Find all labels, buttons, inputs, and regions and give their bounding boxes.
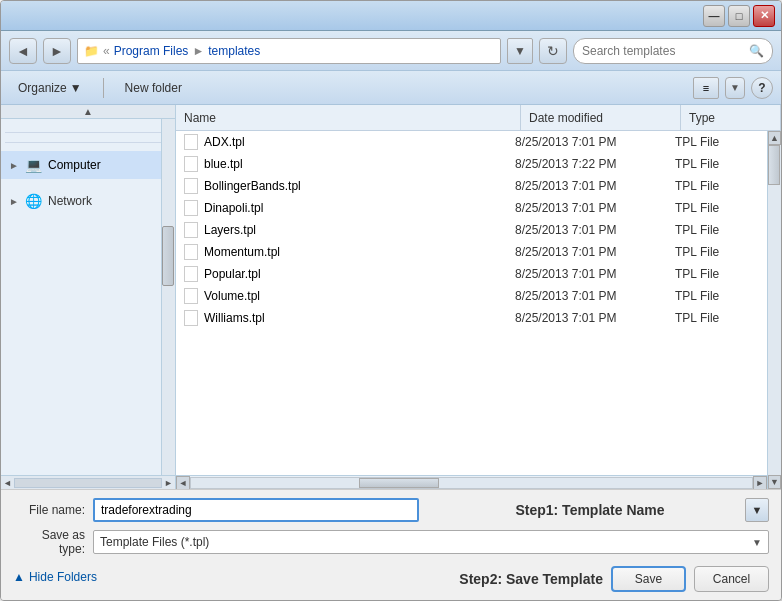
sidebar: ▲ ► 💻 Computer ► 🌐 (1, 105, 176, 489)
new-folder-label: New folder (125, 81, 182, 95)
table-row[interactable]: Dinapoli.tpl 8/25/2013 7:01 PM TPL File (176, 197, 767, 219)
table-row[interactable]: Volume.tpl 8/25/2013 7:01 PM TPL File (176, 285, 767, 307)
breadcrumb-separator: « (103, 44, 110, 58)
table-row[interactable]: Layers.tpl 8/25/2013 7:01 PM TPL File (176, 219, 767, 241)
file-cell-date: 8/25/2013 7:22 PM (507, 157, 667, 171)
column-header-type[interactable]: Type (681, 105, 781, 130)
file-icon (184, 288, 198, 304)
sidebar-scrollbar[interactable] (161, 119, 175, 475)
minimize-button[interactable]: — (703, 5, 725, 27)
file-cell-name: ADX.tpl (176, 134, 507, 150)
step1-dropdown-button[interactable]: ▼ (745, 498, 769, 522)
table-row[interactable]: ADX.tpl 8/25/2013 7:01 PM TPL File (176, 131, 767, 153)
sidebar-scroll-thumb[interactable] (162, 226, 174, 286)
file-cell-date: 8/25/2013 7:01 PM (507, 223, 667, 237)
cancel-button[interactable]: Cancel (694, 566, 769, 592)
save-button[interactable]: Save (611, 566, 686, 592)
file-cell-type: TPL File (667, 311, 767, 325)
hscroll-thumb[interactable] (359, 478, 439, 488)
toolbar-separator (103, 78, 104, 98)
vscroll-up-button[interactable]: ▲ (768, 131, 781, 145)
network-icon: 🌐 (25, 193, 42, 209)
file-cell-name: Volume.tpl (176, 288, 507, 304)
sidebar-scroll-up[interactable]: ▲ (1, 105, 175, 119)
file-cell-name: Momentum.tpl (176, 244, 507, 260)
table-row[interactable]: Momentum.tpl 8/25/2013 7:01 PM TPL File (176, 241, 767, 263)
hscroll-track (190, 477, 753, 489)
sidebar-item-computer[interactable]: ► 💻 Computer (1, 151, 175, 179)
file-cell-type: TPL File (667, 289, 767, 303)
breadcrumb-templates[interactable]: templates (208, 44, 260, 58)
step1-label: Step1: Template Name (435, 502, 745, 518)
sidebar-content: ► 💻 Computer ► 🌐 Network (1, 119, 175, 219)
bottom-section: File name: Step1: Template Name ▼ Save a… (1, 489, 781, 600)
file-cell-type: TPL File (667, 201, 767, 215)
file-icon (184, 266, 198, 282)
search-input[interactable] (582, 44, 745, 58)
hscroll-right-button[interactable]: ► (753, 476, 767, 490)
sidebar-scroll-area: ► 💻 Computer ► 🌐 Network (1, 119, 175, 475)
file-icon (184, 156, 198, 172)
file-icon (184, 222, 198, 238)
file-cell-date: 8/25/2013 7:01 PM (507, 201, 667, 215)
file-icon (184, 134, 198, 150)
sidebar-item-network[interactable]: ► 🌐 Network (1, 187, 175, 215)
hide-folders-button[interactable]: ▲ Hide Folders (13, 566, 97, 588)
help-button[interactable]: ? (751, 77, 773, 99)
file-list: ADX.tpl 8/25/2013 7:01 PM TPL File blue.… (176, 131, 767, 475)
search-icon: 🔍 (749, 44, 764, 58)
file-name-text: Williams.tpl (204, 311, 265, 325)
organize-button[interactable]: Organize ▼ (9, 76, 91, 100)
table-row[interactable]: blue.tpl 8/25/2013 7:22 PM TPL File (176, 153, 767, 175)
action-row: Step2: Save Template Save Cancel (459, 562, 769, 592)
title-bar-buttons: — □ ✕ (703, 5, 775, 27)
file-cell-date: 8/25/2013 7:01 PM (507, 267, 667, 281)
save-type-dropdown[interactable]: Template Files (*.tpl) ▼ (93, 530, 769, 554)
hscroll-left-button[interactable]: ◄ (176, 476, 190, 490)
file-cell-type: TPL File (667, 223, 767, 237)
file-icon (184, 244, 198, 260)
toolbar: Organize ▼ New folder ≡ ▼ ? (1, 71, 781, 105)
save-dialog-window: — □ ✕ ◄ ► 📁 « Program Files ► templates … (0, 0, 782, 601)
new-folder-button[interactable]: New folder (116, 76, 191, 100)
file-cell-name: Dinapoli.tpl (176, 200, 507, 216)
refresh-button[interactable]: ↻ (539, 38, 567, 64)
file-name-label: File name: (13, 503, 93, 517)
file-name-text: Dinapoli.tpl (204, 201, 263, 215)
file-cell-date: 8/25/2013 7:01 PM (507, 135, 667, 149)
sidebar-scroll-down[interactable]: ◄ ► (1, 475, 175, 489)
file-cell-type: TPL File (667, 157, 767, 171)
computer-icon: 💻 (25, 157, 42, 173)
file-area: Name Date modified Type ADX.tpl 8/25/201… (176, 105, 781, 489)
view-arrow-button[interactable]: ▼ (725, 77, 745, 99)
path-dropdown-button[interactable]: ▼ (507, 38, 533, 64)
file-name-text: Popular.tpl (204, 267, 261, 281)
close-button[interactable]: ✕ (753, 5, 775, 27)
maximize-button[interactable]: □ (728, 5, 750, 27)
column-header-name[interactable]: Name (176, 105, 521, 130)
back-button[interactable]: ◄ (9, 38, 37, 64)
column-header-date[interactable]: Date modified (521, 105, 681, 130)
file-list-wrapper: ADX.tpl 8/25/2013 7:01 PM TPL File blue.… (176, 131, 767, 489)
forward-button[interactable]: ► (43, 38, 71, 64)
toolbar-right: ≡ ▼ ? (693, 77, 773, 99)
sidebar-item-network-label: Network (48, 194, 92, 208)
table-row[interactable]: Williams.tpl 8/25/2013 7:01 PM TPL File (176, 307, 767, 329)
file-cell-date: 8/25/2013 7:01 PM (507, 245, 667, 259)
file-name-input[interactable] (93, 498, 419, 522)
view-button[interactable]: ≡ (693, 77, 719, 99)
breadcrumb-program-files[interactable]: Program Files (114, 44, 189, 58)
file-name-text: BollingerBands.tpl (204, 179, 301, 193)
table-row[interactable]: Popular.tpl 8/25/2013 7:01 PM TPL File (176, 263, 767, 285)
sidebar-scroll-track (162, 119, 174, 475)
vscroll-thumb[interactable] (768, 145, 780, 185)
save-type-row: Save as type: Template Files (*.tpl) ▼ (13, 528, 769, 556)
table-row[interactable]: BollingerBands.tpl 8/25/2013 7:01 PM TPL… (176, 175, 767, 197)
file-name-text: Layers.tpl (204, 223, 256, 237)
file-cell-name: blue.tpl (176, 156, 507, 172)
vscroll-down-button[interactable]: ▼ (768, 475, 781, 489)
file-name-row: File name: Step1: Template Name ▼ (13, 498, 769, 522)
file-cell-date: 8/25/2013 7:01 PM (507, 289, 667, 303)
file-cell-type: TPL File (667, 179, 767, 193)
file-name-text: blue.tpl (204, 157, 243, 171)
